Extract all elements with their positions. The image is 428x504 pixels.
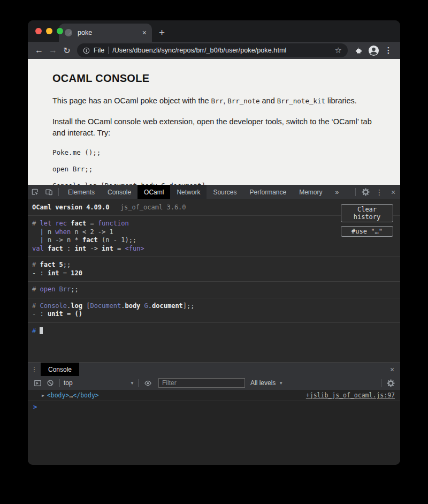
repl-segment: int xyxy=(75,245,87,252)
toolbar-divider xyxy=(59,379,60,387)
repl-segment: # xyxy=(32,220,40,227)
console-prompt-row[interactable]: > xyxy=(28,401,400,412)
toolbar-divider xyxy=(58,188,59,196)
console-messages: ▶ <body>…</body> +jslib_js_of_ocaml.js:9… xyxy=(28,390,400,465)
logged-element[interactable]: <body>…</body> xyxy=(47,392,99,399)
repl-segment: = xyxy=(113,245,125,252)
traffic-lights xyxy=(35,28,63,34)
device-toolbar-icon[interactable] xyxy=(42,185,56,199)
zoom-window-button[interactable] xyxy=(57,28,63,34)
back-icon[interactable]: ← xyxy=(32,46,46,55)
reload-icon[interactable]: ↻ xyxy=(60,46,74,56)
repl-prompt-line[interactable]: # xyxy=(28,323,400,339)
install-paragraph: Install the OCaml console web extension,… xyxy=(52,116,376,139)
devtools-panel: ElementsConsoleOCamlNetworkSourcesPerfor… xyxy=(28,185,400,465)
repl-segment: # xyxy=(32,261,40,268)
inspect-element-icon[interactable] xyxy=(28,185,42,199)
log-levels-selector[interactable]: All levels ▼ xyxy=(250,379,283,387)
new-tab-button[interactable]: + xyxy=(159,24,165,42)
repl-segment: val xyxy=(32,245,44,252)
minimize-window-button[interactable] xyxy=(46,28,52,34)
devtools-tab-more[interactable]: » xyxy=(329,185,346,199)
repl-segment: G xyxy=(144,302,148,310)
tab-title: poke xyxy=(78,29,137,36)
repl-line: - : unit = () xyxy=(32,310,396,319)
repl-segment xyxy=(55,261,59,268)
tab-close-icon[interactable]: × xyxy=(142,28,147,37)
browser-tab-poke[interactable]: poke × xyxy=(59,24,152,42)
repl-segment xyxy=(55,285,59,293)
profile-avatar-icon[interactable] xyxy=(366,45,381,56)
text-segment: and xyxy=(259,96,277,105)
repl-segment: int xyxy=(102,245,113,252)
chevron-down-icon: ▼ xyxy=(130,381,134,386)
jsofocaml-version: js_of_ocaml 3.6.0 xyxy=(120,204,186,211)
repl-segment: = xyxy=(59,269,71,277)
clear-console-icon[interactable] xyxy=(44,379,57,387)
repl-segment: 5 xyxy=(59,261,63,268)
scheme-label: File xyxy=(94,47,104,54)
devtools-tab-sources[interactable]: Sources xyxy=(207,185,243,199)
repl-line: # fact 5;; xyxy=(32,261,396,269)
devtools-tab-console[interactable]: Console xyxy=(101,185,137,199)
forward-icon[interactable]: → xyxy=(46,46,60,55)
devtools-tab-network[interactable]: Network xyxy=(170,185,207,199)
console-settings-gear-icon[interactable] xyxy=(384,379,397,387)
devtools-tabbar: ElementsConsoleOCamlNetworkSourcesPerfor… xyxy=(28,185,400,199)
page-title: OCAML CONSOLE xyxy=(52,72,376,85)
browser-toolbar: ← → ↻ File /Users/dbuenzli/sync/repos/br… xyxy=(28,42,400,59)
repl-segment: = xyxy=(63,310,75,318)
text-segment: Brr_note_kit xyxy=(277,97,325,105)
drawer-tabbar: ⋮ Console × xyxy=(28,362,400,376)
close-window-button[interactable] xyxy=(35,28,42,34)
tab-strip: poke × + xyxy=(28,20,400,42)
repl-segment: | n xyxy=(32,228,55,236)
console-message-row[interactable]: ▶ <body>…</body> +jslib_js_of_ocaml.js:9… xyxy=(28,390,400,401)
use-file-button[interactable]: #use "…" xyxy=(341,226,393,237)
drawer-menu-icon[interactable]: ⋮ xyxy=(28,365,41,373)
repl-segment: function xyxy=(98,220,129,227)
repl-line: # open Brr;; xyxy=(32,285,396,294)
console-sidebar-icon[interactable] xyxy=(31,379,44,387)
text-cursor xyxy=(40,327,43,334)
repl-segment: # xyxy=(32,302,40,310)
log-levels-label: All levels xyxy=(250,379,276,387)
devtools-tab-memory[interactable]: Memory xyxy=(293,185,328,199)
repl-segment: fact xyxy=(71,220,86,227)
browser-window: poke × + ← → ↻ File /Users/dbuenzli/sync… xyxy=(28,20,400,465)
repl-segment: | n -> n * xyxy=(32,236,82,244)
expand-triangle-icon[interactable]: ▶ xyxy=(42,393,44,398)
repl-prompt: # xyxy=(32,327,40,335)
info-icon[interactable] xyxy=(83,47,90,54)
repl-segment: -> xyxy=(86,245,102,252)
source-link[interactable]: +jslib_js_of_ocaml.js:97 xyxy=(306,392,395,399)
clear-history-button[interactable]: Clear history xyxy=(341,204,393,222)
live-expression-eye-icon[interactable] xyxy=(141,379,154,387)
devtools-close-icon[interactable]: × xyxy=(386,185,400,199)
browser-menu-icon[interactable]: ⋮ xyxy=(381,46,396,55)
toolbar-divider xyxy=(138,379,139,387)
drawer-close-icon[interactable]: × xyxy=(384,365,400,374)
context-selector[interactable]: top ▼ xyxy=(64,379,134,387)
extensions-puzzle-icon[interactable] xyxy=(351,46,366,55)
devtools-tab-elements[interactable]: Elements xyxy=(62,185,101,199)
repl-segment: (n - 1);; xyxy=(98,236,136,244)
repl-segment: = xyxy=(86,220,98,227)
repl-segment: - : xyxy=(32,269,48,277)
devtools-menu-icon[interactable]: ⋮ xyxy=(372,185,386,199)
web-page-content: OCAML CONSOLE This page has an OCaml pok… xyxy=(28,59,400,185)
devtools-settings-gear-icon[interactable] xyxy=(358,185,372,199)
repl-segment: Brr xyxy=(59,285,71,293)
bookmark-star-icon[interactable]: ☆ xyxy=(335,46,342,55)
address-bar[interactable]: File /Users/dbuenzli/sync/repos/brr/_b0/… xyxy=(77,43,348,57)
element-segment: </body> xyxy=(73,392,98,399)
url-text[interactable]: /Users/dbuenzli/sync/repos/brr/_b0/b/use… xyxy=(112,47,331,54)
repl-segment: fact xyxy=(40,261,55,268)
toolbar-divider xyxy=(355,188,356,196)
repl-segment: fact xyxy=(82,236,98,244)
repl-line: val fact : int -> int = <fun> xyxy=(32,245,396,253)
filter-input[interactable] xyxy=(158,378,245,388)
drawer-tab-console[interactable]: Console xyxy=(41,363,79,376)
devtools-tab-performance[interactable]: Performance xyxy=(243,185,293,199)
devtools-tab-ocaml[interactable]: OCaml xyxy=(137,185,170,199)
